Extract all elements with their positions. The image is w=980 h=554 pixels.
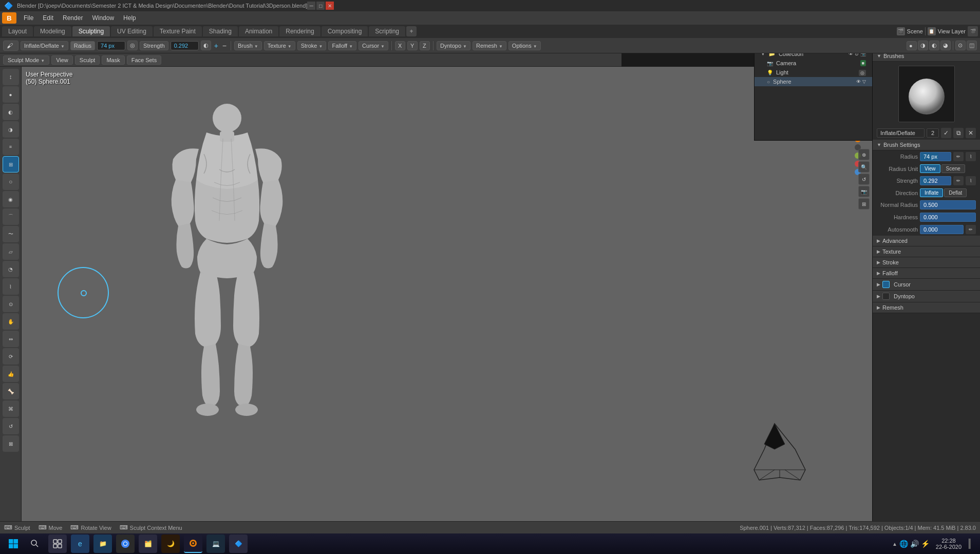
tool-smooth[interactable]: 〜 [3, 226, 19, 242]
brush-check-btn[interactable]: ✓ [941, 128, 951, 138]
menu-help[interactable]: Help [119, 13, 140, 23]
brush-name-selector[interactable]: Inflate/Deflate [21, 41, 68, 50]
tray-volume[interactable]: 🔊 [910, 540, 919, 548]
viewport-scene-icon[interactable]: ⊞ [858, 198, 870, 209]
hardness-bar[interactable]: 0.000 [920, 213, 976, 222]
tool-pose[interactable]: 🦴 [3, 383, 19, 399]
radius-curve-icon[interactable]: ⌇ [966, 152, 976, 161]
view-menu[interactable]: View [51, 55, 73, 65]
dyntopo-button[interactable]: Dyntopo [437, 41, 470, 50]
strength-button[interactable]: Strength [140, 41, 168, 50]
render-properties-button[interactable]: 🎬 [968, 26, 978, 36]
options-button[interactable]: Options [508, 41, 541, 50]
tool-nudge[interactable]: ⌘ [3, 400, 19, 417]
tool-snake-hook[interactable]: ⟳ [3, 348, 19, 365]
cursor-section[interactable]: ▶ Cursor [873, 279, 980, 291]
brush-delete-btn[interactable]: ✕ [966, 128, 976, 138]
texture-dropdown[interactable]: Texture [264, 41, 295, 50]
brush-name-input[interactable]: Inflate/Deflate [877, 128, 925, 138]
tab-layout[interactable]: Layout [2, 26, 33, 36]
scene-item-sphere[interactable]: ○ Sphere 👁 ▽ [755, 77, 872, 86]
strength-icon-btn[interactable]: ◐ [201, 41, 211, 50]
normal-radius-bar[interactable]: 0.500 [920, 200, 976, 209]
tool-layer[interactable]: ⊞ [3, 156, 19, 173]
blender-menu-logo[interactable]: B [2, 12, 16, 24]
tray-network[interactable]: 🌐 [899, 540, 908, 548]
mask-menu[interactable]: Mask [102, 55, 124, 65]
tool-pinch[interactable]: ⊙ [3, 296, 19, 312]
tab-shading[interactable]: Shading [203, 26, 238, 36]
radius-icon[interactable]: ◎ [127, 41, 138, 50]
maximize-button[interactable]: □ [316, 2, 325, 10]
scene-item-camera[interactable]: 📷 Camera ■ [755, 59, 872, 68]
falloff-section[interactable]: ▶ Falloff [873, 268, 980, 279]
cursor-dropdown[interactable]: Cursor [359, 41, 388, 50]
strength-edit-icon[interactable]: ✏ [953, 176, 964, 185]
menu-file[interactable]: File [20, 13, 37, 23]
advanced-section[interactable]: ▶ Advanced [873, 236, 980, 246]
remesh-section[interactable]: ▶ Remesh [873, 302, 980, 313]
tool-thumb[interactable]: 👍 [3, 366, 19, 382]
tab-scripting[interactable]: Scripting [369, 26, 405, 36]
brush-copy-btn[interactable]: ⧉ [953, 128, 964, 138]
menu-window[interactable]: Window [88, 13, 118, 23]
stroke-dropdown[interactable]: Stroke [297, 41, 327, 50]
viewport-shading-2[interactable]: ◑ [918, 41, 928, 50]
tool-scrape[interactable]: ⌇ [3, 278, 19, 295]
taskbar-clock[interactable]: 22:28 22-6-2020 [936, 538, 962, 550]
tab-texture-paint[interactable]: Texture Paint [154, 26, 202, 36]
brush-dropdown[interactable]: Brush [234, 41, 262, 50]
tool-elastic[interactable]: ⇔ [3, 331, 19, 347]
tool-blob[interactable]: ◉ [3, 191, 19, 207]
subtract-button[interactable]: − [222, 42, 227, 50]
dyntopo-checkbox[interactable] [882, 293, 890, 300]
direction-inflate[interactable]: Inflate [920, 188, 943, 197]
taskbar-taskview[interactable] [48, 534, 67, 553]
tool-navigate[interactable]: ↕ [3, 69, 19, 85]
taskbar-search[interactable] [25, 534, 45, 553]
tool-crease[interactable]: ⌒ [3, 208, 19, 225]
remesh-button[interactable]: Remesh [473, 41, 506, 50]
scene-item-light[interactable]: 💡 Light ◎ [755, 68, 872, 77]
texture-section[interactable]: ▶ Texture [873, 246, 980, 257]
sculpt-menu[interactable]: Sculpt [75, 55, 100, 65]
start-button[interactable] [4, 534, 23, 553]
strength-input[interactable] [171, 41, 199, 50]
viewport-zoom-icon[interactable]: 🔍 [858, 161, 870, 173]
taskbar-firefox[interactable]: 🌙 [161, 534, 180, 553]
tool-fill[interactable]: ◔ [3, 261, 19, 277]
add-button[interactable]: + [214, 42, 218, 50]
falloff-dropdown[interactable]: Falloff [328, 41, 356, 50]
stroke-section[interactable]: ▶ Stroke [873, 257, 980, 268]
tool-mode-selector[interactable]: 🖌 [3, 41, 18, 51]
viewport-pan-icon[interactable]: ⊕ [858, 149, 870, 160]
radius-button[interactable]: Radius [70, 41, 95, 50]
direction-deflate[interactable]: Deflat [944, 188, 967, 197]
brush-slot-value[interactable]: 2 [927, 128, 939, 138]
viewport-shading-3[interactable]: ◐ [929, 41, 939, 50]
tab-uv-editing[interactable]: UV Editing [111, 26, 153, 36]
strength-bar[interactable]: 0.292 [920, 176, 951, 185]
viewport-camera-icon[interactable]: 📷 [858, 186, 870, 197]
tab-sculpting[interactable]: Sculpting [72, 26, 110, 36]
autosmooth-bar[interactable]: 0.000 [920, 225, 964, 234]
taskbar-explorer[interactable]: 📁 [93, 534, 112, 553]
add-workspace-button[interactable]: + [406, 26, 417, 36]
show-desktop-btn[interactable] [964, 534, 976, 553]
tab-compositing[interactable]: Compositing [322, 26, 368, 36]
radius-unit-scene[interactable]: Scene [941, 164, 965, 173]
radius-input[interactable] [97, 41, 125, 50]
brush-settings-section[interactable]: ▼ Brush Settings [873, 140, 980, 150]
tool-clay-strips[interactable]: ≡ [3, 139, 19, 155]
dyntopo-section[interactable]: ▶ Dyntopo [873, 291, 980, 302]
tool-draw-sharp[interactable]: ◐ [3, 104, 19, 120]
sphere-vis[interactable]: 👁 [856, 79, 861, 84]
strength-curve-icon[interactable]: ⌇ [966, 176, 976, 185]
taskbar-vscode[interactable]: 💻 [206, 534, 225, 553]
viewport-shading-1[interactable]: ● [907, 41, 917, 50]
viewport-shading-4[interactable]: ◕ [940, 41, 951, 50]
symmetry-z-toggle[interactable]: Z [420, 41, 430, 50]
tool-flatten[interactable]: ▱ [3, 243, 19, 260]
tray-up-arrow[interactable]: ▲ [892, 541, 897, 547]
minimize-button[interactable]: ─ [307, 2, 315, 10]
